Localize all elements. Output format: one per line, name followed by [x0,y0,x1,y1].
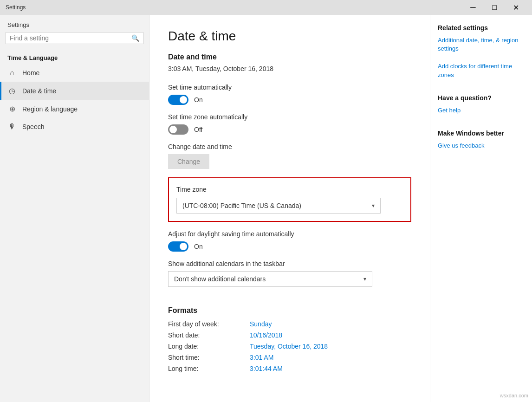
watermark: wsxdan.com [500,393,528,398]
set-timezone-auto-label: Set time zone automatically [168,113,411,121]
sidebar-item-label-speech: Speech [22,123,44,130]
related-link-date-time[interactable]: Additional date, time, & region settings [438,36,525,53]
long-time-key: Long time: [168,365,242,372]
short-date-val[interactable]: 10/16/2018 [250,331,411,339]
set-time-auto-row: Set time automatically On [168,84,411,105]
set-time-auto-toggle-row: On [168,95,411,105]
calendar-row: Show additional calendars in the taskbar… [168,260,411,287]
timezone-label: Time zone [176,186,403,193]
short-time-val[interactable]: 3:01 AM [250,354,411,361]
daylight-toggle-row: On [168,241,411,252]
sidebar-item-date-time[interactable]: ◷ Date & time [0,82,149,100]
calendar-dropdown[interactable]: Don't show additional calendars ▾ [168,271,372,287]
long-date-val[interactable]: Tuesday, October 16, 2018 [250,343,411,350]
chevron-down-icon: ▾ [372,202,375,209]
right-panel: Related settings Additional date, time, … [430,15,532,402]
formats-title: Formats [168,306,411,315]
timezone-value: (UTC-08:00) Pacific Time (US & Canada) [182,202,301,209]
sidebar-item-home[interactable]: ⌂ Home [0,64,149,82]
minimize-button[interactable]: ─ [462,0,484,15]
related-link-clocks[interactable]: Add clocks for different time zones [438,62,525,79]
speech-icon: 🎙 [7,123,17,131]
change-datetime-label: Change date and time [168,143,411,150]
maximize-button[interactable]: □ [484,0,505,15]
set-timezone-auto-toggle-row: Off [168,124,411,135]
long-date-key: Long date: [168,343,242,350]
short-date-key: Short date: [168,331,242,339]
short-time-key: Short time: [168,354,242,361]
sidebar: Settings 🔍 Time & Language ⌂ Home ◷ Date… [0,15,149,402]
have-question-title: Have a question? [438,94,525,102]
window-controls: ─ □ ✕ [462,0,526,15]
set-timezone-auto-value: Off [194,126,202,133]
toggle-knob [180,96,187,104]
set-timezone-auto-row: Set time zone automatically Off [168,113,411,135]
close-button[interactable]: ✕ [505,0,526,15]
search-bar[interactable]: 🔍 [6,32,143,44]
set-time-auto-label: Set time automatically [168,84,411,91]
timezone-dropdown[interactable]: (UTC-08:00) Pacific Time (US & Canada) ▾ [176,198,381,214]
app-title: Settings [6,4,26,11]
calendar-chevron-icon: ▾ [363,276,366,282]
set-time-auto-value: On [194,96,203,104]
current-datetime: 3:03 AM, Tuesday, October 16, 2018 [168,65,411,72]
main-content: Date & time Date and time 3:03 AM, Tuesd… [149,15,430,402]
sidebar-item-label-date-time: Date & time [22,87,56,95]
daylight-row: Adjust for daylight saving time automati… [168,230,411,252]
sidebar-item-label-home: Home [22,69,39,77]
daylight-toggle[interactable] [168,241,188,252]
clock-icon: ◷ [7,86,17,95]
sidebar-item-label-region: Region & language [22,105,78,113]
daylight-label: Adjust for daylight saving time automati… [168,230,411,238]
daylight-value: On [194,243,203,250]
sidebar-item-speech[interactable]: 🎙 Speech [0,118,149,136]
search-icon: 🔍 [131,34,139,42]
set-time-auto-toggle[interactable] [168,95,188,105]
page-title: Date & time [168,29,411,44]
formats-grid: First day of week: Sunday Short date: 10… [168,320,411,372]
home-icon: ⌂ [7,69,17,77]
section-title: Date and time [168,53,411,61]
change-datetime-row: Change date and time Change [168,143,411,169]
get-help-link[interactable]: Get help [438,106,525,115]
first-day-key: First day of week: [168,320,242,328]
calendar-label: Show additional calendars in the taskbar [168,260,411,267]
sidebar-title: Settings [0,15,149,32]
sidebar-section-label: Time & Language [0,50,149,64]
toggle-knob-tz [169,126,177,133]
sidebar-item-region[interactable]: ⊕ Region & language [0,100,149,118]
set-timezone-auto-toggle[interactable] [168,124,188,135]
long-time-val[interactable]: 3:01:44 AM [250,365,411,372]
first-day-val[interactable]: Sunday [250,320,411,328]
toggle-knob-dst [180,243,187,250]
title-bar: Settings ─ □ ✕ [0,0,532,15]
timezone-section: Time zone (UTC-08:00) Pacific Time (US &… [168,177,411,222]
change-button[interactable]: Change [168,154,209,169]
make-better-title: Make Windows better [438,130,525,137]
feedback-link[interactable]: Give us feedback [438,142,525,150]
calendar-value: Don't show additional calendars [174,275,266,283]
related-settings-title: Related settings [438,24,525,32]
region-icon: ⊕ [7,104,17,113]
app-body: Settings 🔍 Time & Language ⌂ Home ◷ Date… [0,15,532,402]
search-input[interactable] [10,34,131,42]
